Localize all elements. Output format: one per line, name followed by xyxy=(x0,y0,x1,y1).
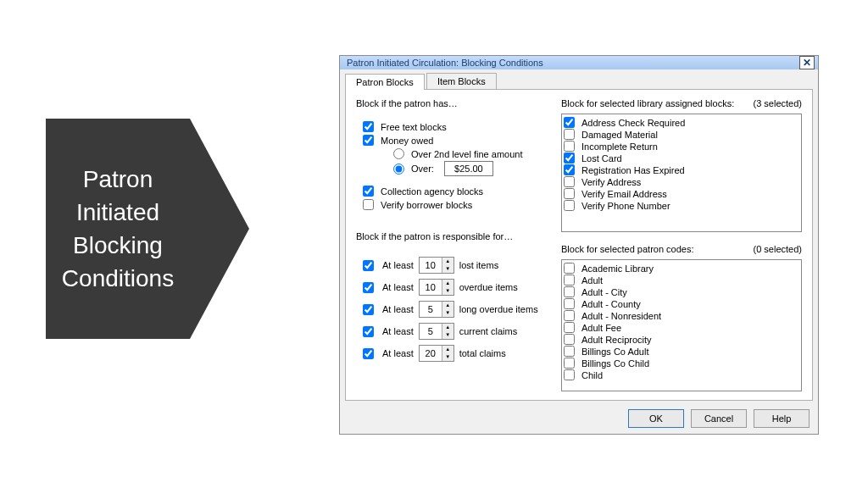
verify-borrower-checkbox[interactable] xyxy=(363,199,374,210)
patron-code-item[interactable]: Child xyxy=(564,369,799,380)
patron-code-checkbox[interactable] xyxy=(564,298,575,309)
spinner-down-icon[interactable]: ▼ xyxy=(442,309,453,317)
patron-code-label: Academic Library xyxy=(581,263,654,274)
section-has-label: Block if the patron has… xyxy=(356,98,548,108)
patron-code-checkbox[interactable] xyxy=(564,346,575,357)
responsible-value-input[interactable] xyxy=(420,258,442,273)
patron-codes-label-text: Block for selected patron codes: xyxy=(561,244,694,254)
ok-button[interactable]: OK xyxy=(628,409,684,428)
responsible-row: At least▲▼total claims xyxy=(363,345,542,362)
patron-code-label: Adult - Nonresident xyxy=(581,311,661,321)
patron-code-checkbox[interactable] xyxy=(564,263,575,274)
responsible-spinner[interactable]: ▲▼ xyxy=(419,345,454,362)
library-block-item[interactable]: Damaged Material xyxy=(564,129,799,140)
library-block-checkbox[interactable] xyxy=(564,129,575,140)
library-block-label: Lost Card xyxy=(581,153,622,164)
spinner-down-icon[interactable]: ▼ xyxy=(442,265,453,273)
section-responsible-label: Block if the patron is responsible for… xyxy=(356,231,548,241)
patron-codes-listbox[interactable]: Academic LibraryAdultAdult - CityAdult -… xyxy=(561,259,802,391)
patron-code-label: Adult - City xyxy=(581,287,627,297)
spinner-down-icon[interactable]: ▼ xyxy=(442,331,453,339)
patron-code-checkbox[interactable] xyxy=(564,322,575,333)
patron-code-item[interactable]: Adult xyxy=(564,274,799,286)
library-block-checkbox[interactable] xyxy=(564,188,575,199)
callout-title: Patron Initiated Blocking Conditions xyxy=(62,163,174,296)
responsible-spinner[interactable]: ▲▼ xyxy=(419,301,454,318)
patron-code-item[interactable]: Adult - City xyxy=(564,286,799,297)
patron-code-label: Billings Co Adult xyxy=(581,347,649,357)
free-text-blocks-label: Free text blocks xyxy=(381,122,447,132)
spinner-down-icon[interactable]: ▼ xyxy=(442,287,453,295)
spinner-up-icon[interactable]: ▲ xyxy=(442,280,453,287)
spinner-up-icon[interactable]: ▲ xyxy=(442,302,453,309)
library-block-checkbox[interactable] xyxy=(564,164,575,175)
library-block-item[interactable]: Incomplete Return xyxy=(564,141,799,152)
library-block-checkbox[interactable] xyxy=(564,200,575,211)
patron-code-item[interactable]: Adult Fee xyxy=(564,322,799,333)
patron-code-checkbox[interactable] xyxy=(564,286,575,297)
responsible-spinner[interactable]: ▲▼ xyxy=(419,323,454,340)
spinner-down-icon[interactable]: ▼ xyxy=(442,353,453,361)
tabs-strip: Patron Blocks Item Blocks xyxy=(340,69,818,89)
patron-code-item[interactable]: Adult - County xyxy=(564,298,799,309)
titlebar: Patron Initiated Circulation: Blocking C… xyxy=(340,56,818,69)
patron-code-item[interactable]: Academic Library xyxy=(564,263,799,274)
library-block-checkbox[interactable] xyxy=(564,152,575,164)
library-block-item[interactable]: Lost Card xyxy=(564,152,799,164)
patron-code-item[interactable]: Billings Co Adult xyxy=(564,346,799,357)
patron-code-item[interactable]: Adult Reciprocity xyxy=(564,334,799,345)
patron-code-checkbox[interactable] xyxy=(564,334,575,345)
library-block-label: Incomplete Return xyxy=(581,141,658,152)
responsible-value-input[interactable] xyxy=(420,324,442,339)
responsible-prefix: At least xyxy=(382,348,414,358)
over-amount-radio[interactable] xyxy=(393,164,404,175)
library-block-item[interactable]: Verify Address xyxy=(564,176,799,187)
cancel-button[interactable]: Cancel xyxy=(691,409,747,428)
responsible-spinner[interactable]: ▲▼ xyxy=(419,257,454,274)
patron-code-item[interactable]: Billings Co Child xyxy=(564,358,799,369)
verify-borrower-label: Verify borrower blocks xyxy=(381,200,472,210)
patron-code-checkbox[interactable] xyxy=(564,369,575,380)
library-block-item[interactable]: Verify Email Address xyxy=(564,188,799,199)
spinner-up-icon[interactable]: ▲ xyxy=(442,258,453,265)
responsible-checkbox[interactable] xyxy=(363,326,374,337)
responsible-checkbox[interactable] xyxy=(363,348,374,359)
library-block-item[interactable]: Verify Phone Number xyxy=(564,200,799,211)
money-owed-checkbox[interactable] xyxy=(363,135,374,146)
responsible-spinner[interactable]: ▲▼ xyxy=(419,279,454,296)
tab-item-blocks[interactable]: Item Blocks xyxy=(426,73,497,89)
responsible-suffix: current claims xyxy=(459,326,517,336)
patron-code-label: Adult - County xyxy=(581,299,641,309)
responsible-checkbox[interactable] xyxy=(363,260,374,271)
help-button[interactable]: Help xyxy=(754,409,810,428)
responsible-checkbox[interactable] xyxy=(363,304,374,315)
patron-code-checkbox[interactable] xyxy=(564,358,575,369)
responsible-prefix: At least xyxy=(382,304,414,314)
patron-code-checkbox[interactable] xyxy=(564,274,575,286)
responsible-value-input[interactable] xyxy=(420,280,442,295)
responsible-row: At least▲▼current claims xyxy=(363,323,542,340)
library-block-item[interactable]: Address Check Required xyxy=(564,117,799,128)
library-block-checkbox[interactable] xyxy=(564,117,575,128)
library-blocks-listbox[interactable]: Address Check RequiredDamaged MaterialIn… xyxy=(561,114,802,232)
library-blocks-label-text: Block for selected library assigned bloc… xyxy=(561,98,734,108)
library-block-item[interactable]: Registration Has Expired xyxy=(564,164,799,175)
collection-agency-checkbox[interactable] xyxy=(363,186,374,197)
patron-code-item[interactable]: Adult - Nonresident xyxy=(564,310,799,321)
over-amount-input[interactable] xyxy=(444,161,493,176)
responsible-value-input[interactable] xyxy=(420,302,442,317)
responsible-prefix: At least xyxy=(382,326,414,336)
tab-patron-blocks[interactable]: Patron Blocks xyxy=(345,74,425,90)
responsible-suffix: total claims xyxy=(459,348,506,358)
close-button[interactable]: ✕ xyxy=(799,56,815,69)
over-2nd-level-radio[interactable] xyxy=(393,148,404,159)
spinner-up-icon[interactable]: ▲ xyxy=(442,324,453,331)
free-text-blocks-checkbox[interactable] xyxy=(363,121,374,132)
responsible-value-input[interactable] xyxy=(420,346,442,361)
patron-code-checkbox[interactable] xyxy=(564,310,575,321)
library-block-checkbox[interactable] xyxy=(564,141,575,152)
responsible-checkbox[interactable] xyxy=(363,282,374,293)
spinner-up-icon[interactable]: ▲ xyxy=(442,346,453,353)
patron-code-label: Adult Fee xyxy=(581,323,621,333)
library-block-checkbox[interactable] xyxy=(564,176,575,187)
